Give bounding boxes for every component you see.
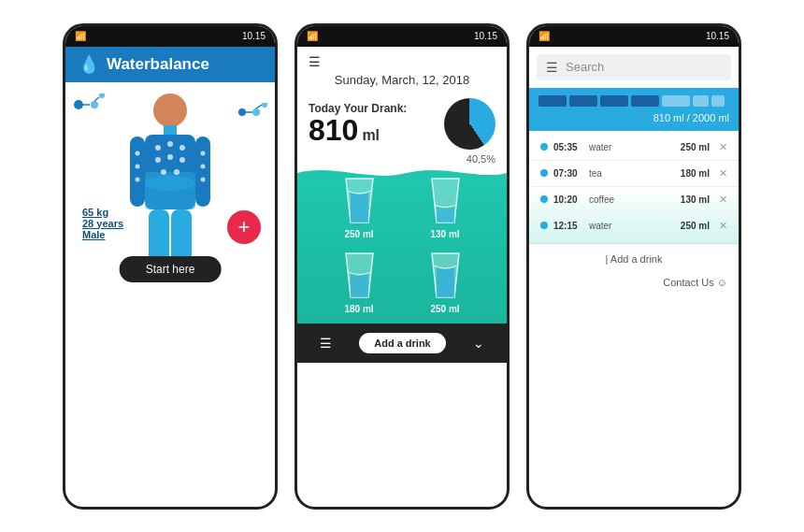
prog-seg-5	[662, 95, 690, 107]
phone-1: 📶 10.15 💧 Waterbalance	[63, 23, 278, 510]
status-bar-2: 📶 10.15	[297, 26, 507, 47]
drink-info-section: Today Your Drank: 810 ml	[297, 94, 507, 153]
age-text: 28 years	[82, 218, 123, 229]
start-button[interactable]: Start here	[120, 256, 222, 282]
svg-point-7	[252, 108, 260, 116]
phone2-content: ☰ Sunday, March, 12, 2018 Today Your Dra…	[297, 47, 507, 363]
svg-point-5	[238, 108, 246, 116]
svg-point-24	[136, 164, 140, 168]
menu-icon-3[interactable]: ☰	[546, 60, 558, 75]
drink-dot-3	[540, 195, 548, 203]
glass-svg-3	[338, 249, 380, 300]
down-arrow-btn[interactable]: ⌄	[473, 336, 484, 351]
svg-point-25	[136, 177, 140, 181]
prog-seg-4	[631, 95, 659, 107]
progress-section: 810 ml / 2000 ml	[529, 88, 739, 131]
glass-svg-4	[424, 249, 467, 300]
svg-point-9	[262, 103, 267, 108]
molecule-right	[237, 103, 267, 125]
svg-point-15	[167, 141, 173, 147]
glass-item-1: 250 ml	[321, 174, 397, 239]
phone2-top: ☰ Sunday, March, 12, 2018	[297, 47, 507, 94]
glasses-grid: 250 ml 130 ml	[307, 174, 497, 314]
drink-ml-1: 250 ml	[676, 142, 710, 152]
list-icon-btn[interactable]: ☰	[320, 336, 332, 351]
app-title: Waterbalance	[107, 55, 209, 74]
pie-chart	[444, 98, 495, 150]
svg-rect-11	[164, 125, 177, 135]
app-container: 📶 10.15 💧 Waterbalance	[0, 0, 804, 532]
svg-point-14	[155, 145, 161, 151]
svg-rect-22	[130, 137, 145, 207]
status-time-3: 10.15	[706, 31, 729, 41]
glasses-section: 250 ml 130 ml	[297, 165, 507, 324]
drink-unit: ml	[362, 127, 380, 144]
svg-point-23	[136, 151, 140, 155]
glass-label-4: 250 ml	[430, 304, 459, 314]
date-display: Sunday, March, 12, 2018	[309, 73, 495, 87]
svg-point-32	[145, 176, 195, 191]
svg-point-29	[201, 177, 206, 181]
drink-row-4: 12:15 water 250 ml ✕	[529, 213, 739, 239]
gender-text: Male	[82, 229, 123, 240]
delete-btn-2[interactable]: ✕	[719, 167, 727, 180]
glass-item-2: 130 ml	[407, 174, 483, 239]
contact-us-text[interactable]: Contact Us ☺	[663, 277, 727, 288]
drink-dot-1	[540, 143, 548, 151]
info-box: 65 kg 28 years Male	[75, 203, 131, 244]
plus-button[interactable]: +	[227, 210, 261, 244]
svg-point-27	[201, 151, 206, 155]
drink-amount: 810	[309, 115, 358, 145]
add-drink-button-2[interactable]: Add a drink	[359, 333, 446, 353]
status-time-2: 10.15	[474, 31, 497, 41]
svg-point-0	[74, 100, 83, 109]
svg-rect-26	[195, 137, 210, 207]
progress-display: 810 ml / 2000 ml	[538, 112, 729, 123]
drink-dot-2	[540, 169, 548, 177]
drink-row-2: 07:30 tea 180 ml ✕	[529, 161, 739, 187]
wifi-icon-3: 📶	[538, 31, 550, 41]
drink-time-4: 12:15	[553, 221, 583, 231]
svg-point-2	[91, 101, 98, 108]
phone1-header: 💧 Waterbalance	[65, 47, 275, 82]
svg-point-18	[167, 154, 173, 160]
drink-dot-4	[540, 222, 548, 229]
glass-label-2: 130 ml	[430, 229, 459, 239]
drink-row-3: 10:20 coffee 130 ml ✕	[529, 187, 739, 213]
wifi-icon-2: 📶	[307, 31, 318, 41]
phone-2: 📶 10.15 ☰ Sunday, March, 12, 2018 Today …	[294, 23, 510, 510]
delete-btn-4[interactable]: ✕	[719, 220, 727, 232]
drink-name-2: tea	[589, 168, 670, 179]
drink-ml-3: 130 ml	[676, 194, 710, 205]
drink-name-4: water	[589, 221, 670, 231]
glass-item-4: 250 ml	[407, 249, 483, 314]
menu-icon-2[interactable]: ☰	[309, 54, 495, 69]
svg-line-3	[94, 97, 99, 101]
drink-time-1: 05:35	[553, 142, 583, 152]
search-bar[interactable]: ☰ Search	[537, 54, 731, 80]
drink-ml-4: 250 ml	[676, 221, 710, 231]
body-figure: 65 kg 28 years Male + Start here	[65, 82, 275, 295]
svg-point-28	[201, 164, 206, 168]
phone-3: 📶 10.15 ☰ Search 810	[526, 23, 741, 510]
prog-seg-1	[538, 95, 567, 107]
glass-label-1: 250 ml	[344, 229, 373, 239]
drinks-list: 05:35 water 250 ml ✕ 07:30 tea 180 ml ✕ …	[529, 131, 739, 243]
status-bar-3: 📶 10.15	[529, 26, 739, 47]
svg-point-17	[155, 157, 161, 163]
drink-time-2: 07:30	[553, 168, 583, 179]
delete-btn-1[interactable]: ✕	[719, 141, 727, 153]
drink-ml-2: 180 ml	[676, 168, 710, 179]
glass-label-3: 180 ml	[344, 304, 373, 314]
add-drink-button-3[interactable]: | Add a drink	[606, 253, 663, 265]
status-time-1: 10.15	[242, 31, 266, 41]
delete-btn-3[interactable]: ✕	[719, 194, 727, 206]
wifi-icon: 📶	[75, 31, 86, 41]
progress-bar	[538, 95, 729, 107]
prog-seg-6	[693, 95, 709, 107]
svg-point-20	[161, 169, 166, 175]
drink-row-1: 05:35 water 250 ml ✕	[529, 135, 739, 161]
contact-us-section: Contact Us ☺	[529, 272, 739, 293]
weight-text: 65 kg	[82, 207, 123, 218]
prog-seg-2	[569, 95, 597, 107]
